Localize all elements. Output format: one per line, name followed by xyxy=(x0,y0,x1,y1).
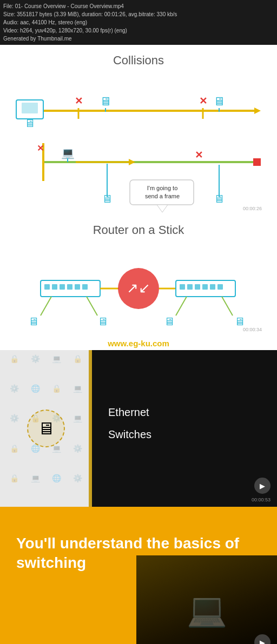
file-info-line3: Audio: aac, 44100 Hz, stereo (eng) xyxy=(3,18,274,26)
svg-text:✕: ✕ xyxy=(75,96,83,106)
understand-section: You'll understand the basics of switchin… xyxy=(0,507,277,644)
svg-text:✕: ✕ xyxy=(199,96,207,106)
file-info-line5: Generated by Thumbnail.me xyxy=(3,35,274,43)
collisions-timestamp: 00:00:26 xyxy=(243,206,262,211)
svg-text:✕: ✕ xyxy=(195,150,203,160)
svg-text:send a frame: send a frame xyxy=(145,193,180,199)
svg-rect-45 xyxy=(195,284,200,290)
collisions-section: Collisions ✕ ✕ 🖥 🖥 🖥 xyxy=(0,45,277,218)
svg-rect-33 xyxy=(52,284,57,290)
svg-line-53 xyxy=(176,297,187,316)
switches-label: Switches xyxy=(108,428,261,441)
svg-line-50 xyxy=(87,297,97,316)
file-info-line2: Size: 3551817 bytes (3.39 MiB), duration… xyxy=(3,10,274,18)
ethernet-label: Ethernet xyxy=(108,406,261,419)
collisions-title: Collisions xyxy=(11,53,266,68)
file-info-line1: File: 01- Course Overview - Course Overv… xyxy=(3,2,274,10)
svg-text:🖥: 🖥 xyxy=(164,316,175,327)
svg-text:I'm going to: I'm going to xyxy=(147,185,178,191)
svg-rect-20 xyxy=(130,180,194,205)
svg-text:🖥: 🖥 xyxy=(24,117,35,129)
router-timestamp: 00:00:34 xyxy=(243,327,262,332)
svg-rect-37 xyxy=(82,284,88,290)
svg-text:↗↙: ↗↙ xyxy=(127,280,150,296)
svg-text:🖥: 🖥 xyxy=(100,95,111,108)
svg-rect-43 xyxy=(180,284,185,290)
router-diagram: ↗↙ 🖥 🖥 🖥 🖥 00:00:34 xyxy=(11,243,266,334)
collisions-diagram: ✕ ✕ 🖥 🖥 🖥 ✕ xyxy=(11,73,266,213)
svg-text:🖥: 🖥 xyxy=(28,316,39,327)
svg-marker-21 xyxy=(157,205,168,212)
svg-marker-1 xyxy=(254,108,261,114)
svg-text:🖥: 🖥 xyxy=(213,95,225,108)
file-info-line4: Video: h264, yuv420p, 1280x720, 30.00 fp… xyxy=(3,26,274,35)
svg-rect-46 xyxy=(202,284,208,290)
svg-rect-15 xyxy=(253,158,261,166)
ethernet-bg: 🔒 ⚙️ 💻 🔒 ⚙️ 🌐 🔒 💻 ⚙️ 🔒 ⚙️ 💻 🔒 🌐 💻 ⚙️ 🔒 💻… xyxy=(0,350,92,507)
watermark: www.eg-ku.com xyxy=(0,337,277,350)
svg-line-49 xyxy=(41,297,51,316)
understand-image: 💻 xyxy=(136,555,277,644)
svg-text:🖥: 🖥 xyxy=(97,316,108,327)
svg-line-54 xyxy=(222,297,233,316)
svg-marker-25 xyxy=(129,159,135,165)
svg-text:💻: 💻 xyxy=(61,146,75,159)
video-timestamp: 00:00:53 xyxy=(252,497,271,502)
svg-rect-32 xyxy=(44,284,50,290)
svg-rect-35 xyxy=(67,284,72,290)
svg-text:🖥: 🖥 xyxy=(234,316,245,327)
ethernet-left-panel: 🔒 ⚙️ 💻 🔒 ⚙️ 🌐 🔒 💻 ⚙️ 🔒 ⚙️ 💻 🔒 🌐 💻 ⚙️ 🔒 💻… xyxy=(0,350,92,507)
file-info-bar: File: 01- Course Overview - Course Overv… xyxy=(0,0,277,45)
play-button[interactable]: ▶ xyxy=(254,478,271,494)
svg-rect-48 xyxy=(217,284,223,290)
router-section: Router on a Stick ↗↙ xyxy=(0,218,277,337)
svg-text:✕: ✕ xyxy=(37,144,44,153)
svg-rect-36 xyxy=(75,284,80,290)
ethernet-right-panel: Ethernet Switches ▶ 00:00:53 xyxy=(92,350,277,507)
router-title: Router on a Stick xyxy=(11,223,266,237)
svg-rect-47 xyxy=(210,284,215,290)
svg-rect-7 xyxy=(22,103,38,113)
svg-rect-44 xyxy=(187,284,193,290)
svg-rect-34 xyxy=(60,284,65,290)
ethernet-section: 🔒 ⚙️ 💻 🔒 ⚙️ 🌐 🔒 💻 ⚙️ 🔒 ⚙️ 💻 🔒 🌐 💻 ⚙️ 🔒 💻… xyxy=(0,350,277,507)
